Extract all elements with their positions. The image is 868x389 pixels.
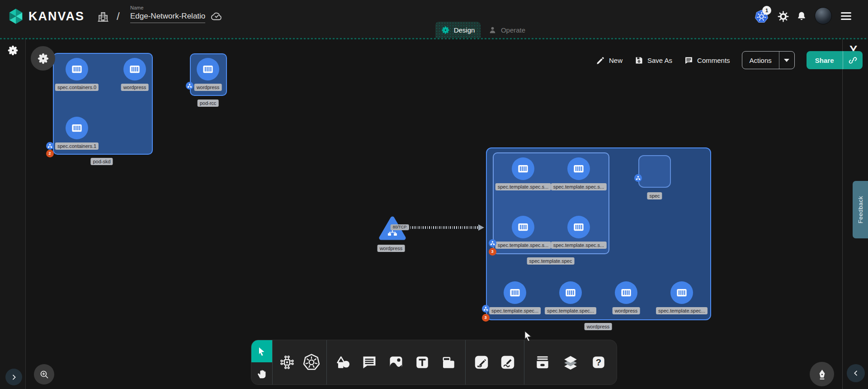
service-edge[interactable] <box>404 226 478 229</box>
comments-button[interactable]: Comments <box>684 56 730 65</box>
node-label: spec.template.spec... <box>489 307 541 314</box>
node-label: spec.template.spec.s... <box>495 242 551 249</box>
node-label: spec.template.spec.s... <box>495 183 551 190</box>
relationship-badge[interactable] <box>482 305 490 313</box>
error-count-badge[interactable]: 3 <box>489 248 496 256</box>
operate-person-icon <box>488 26 497 34</box>
tab-operate-label: Operate <box>501 26 525 34</box>
floppy-save-icon <box>634 56 644 65</box>
tool-select-cursor[interactable] <box>251 340 272 362</box>
left-sidebar <box>0 39 26 389</box>
new-label: New <box>609 57 623 64</box>
breadcrumb-separator: / <box>117 10 120 23</box>
settings-gear-icon[interactable] <box>777 10 789 23</box>
user-avatar[interactable] <box>815 7 832 24</box>
container-node[interactable] <box>123 58 146 81</box>
group-label: spec.template.spec <box>527 257 575 265</box>
name-field-value[interactable]: Edge-Network-Relatio <box>130 12 205 23</box>
svg-text:?: ? <box>596 357 601 367</box>
pen-nib-icon <box>816 368 828 380</box>
sitemap-icon <box>490 241 495 246</box>
cursor-arrow-icon <box>256 346 267 357</box>
container-node[interactable] <box>66 117 88 139</box>
tool-kubernetes[interactable] <box>302 352 321 372</box>
tool-drawer[interactable] <box>533 352 552 372</box>
tool-component-search[interactable] <box>277 352 297 372</box>
group-spec[interactable] <box>638 155 671 188</box>
logo-text: KANVAS <box>28 9 85 24</box>
tool-edit-path[interactable] <box>472 352 491 372</box>
save-as-button[interactable]: Save As <box>634 56 672 65</box>
tool-note[interactable] <box>439 352 458 372</box>
relationship-badge[interactable] <box>46 142 54 150</box>
sitemap-icon <box>187 83 192 88</box>
relationship-badge[interactable] <box>489 239 496 247</box>
container-node[interactable] <box>197 58 219 81</box>
menu-hamburger-icon[interactable] <box>841 12 851 20</box>
tool-pan-hand[interactable] <box>251 362 272 384</box>
comment-icon <box>684 56 693 65</box>
error-count-badge[interactable]: 2 <box>46 150 54 157</box>
tool-help[interactable]: ? <box>589 352 609 372</box>
comments-label: Comments <box>697 57 730 64</box>
relationship-badge[interactable] <box>634 174 642 182</box>
tab-operate[interactable]: Operate <box>481 22 533 38</box>
link-icon <box>848 55 858 66</box>
actions-dropdown-button[interactable]: Actions <box>742 51 795 69</box>
node-label: spec.template.spec... <box>656 307 708 314</box>
node-label: spec.containers.1 <box>55 142 99 150</box>
zoom-in-magnifier-icon <box>39 369 50 380</box>
meshery-flower-icon[interactable] <box>7 45 19 56</box>
container-node[interactable] <box>512 216 534 238</box>
sitemap-icon <box>636 176 641 180</box>
feedback-tab[interactable]: Feedback <box>853 181 868 238</box>
canvas-widget-button[interactable] <box>31 46 55 71</box>
tool-image[interactable] <box>386 352 406 372</box>
container-node[interactable] <box>567 216 590 238</box>
tab-design[interactable]: Design <box>435 22 481 38</box>
collapse-right-panel-button[interactable] <box>847 364 865 382</box>
node-label: spec.template.spec... <box>545 307 596 314</box>
error-count-badge[interactable]: 3 <box>482 314 490 322</box>
tool-draw-freehand[interactable] <box>498 352 518 372</box>
chevron-left-icon <box>852 370 859 377</box>
copy-link-button[interactable] <box>843 51 863 69</box>
group-spec-template-spec[interactable] <box>493 152 609 254</box>
zoom-button[interactable] <box>34 364 54 384</box>
tool-layers[interactable] <box>561 352 580 372</box>
relationship-badge[interactable] <box>186 82 193 90</box>
node-label: spec.template.spec.s... <box>551 242 607 249</box>
container-node[interactable] <box>559 281 582 304</box>
container-node[interactable] <box>512 157 534 180</box>
pen-tool-button[interactable] <box>810 362 834 386</box>
group-label: pod-skd <box>90 158 113 165</box>
tool-shapes[interactable] <box>333 352 353 372</box>
design-name-field[interactable]: Name Edge-Network-Relatio <box>130 5 205 23</box>
container-node[interactable] <box>504 281 526 304</box>
node-label: wordpress <box>377 245 405 252</box>
tool-comment[interactable] <box>359 352 379 372</box>
share-label: Share <box>807 57 843 64</box>
tool-text[interactable] <box>412 352 432 372</box>
share-button[interactable]: Share <box>807 51 863 69</box>
name-field-label: Name <box>130 5 205 10</box>
edge-arrowhead-icon <box>478 224 484 231</box>
organization-icon[interactable] <box>96 10 110 24</box>
actions-caret-button[interactable] <box>779 51 794 69</box>
expand-sidebar-button[interactable] <box>5 369 22 385</box>
kubernetes-context-count-badge[interactable]: 1 <box>762 6 771 15</box>
widget-flower-icon <box>37 52 49 65</box>
new-button[interactable]: New <box>596 56 623 65</box>
container-node[interactable] <box>670 281 693 304</box>
sitemap-icon <box>47 143 52 148</box>
notifications-bell-icon[interactable] <box>796 10 807 22</box>
canvas-toolbar: ? <box>251 340 617 385</box>
canvas-accent-divider <box>0 38 868 39</box>
tab-design-label: Design <box>454 26 475 34</box>
container-node[interactable] <box>567 157 590 180</box>
container-node[interactable] <box>615 281 637 304</box>
container-node[interactable] <box>66 58 88 81</box>
sitemap-icon <box>483 306 488 311</box>
kanvas-hexagon-icon <box>7 7 25 25</box>
kanvas-logo[interactable]: KANVAS <box>7 7 85 25</box>
